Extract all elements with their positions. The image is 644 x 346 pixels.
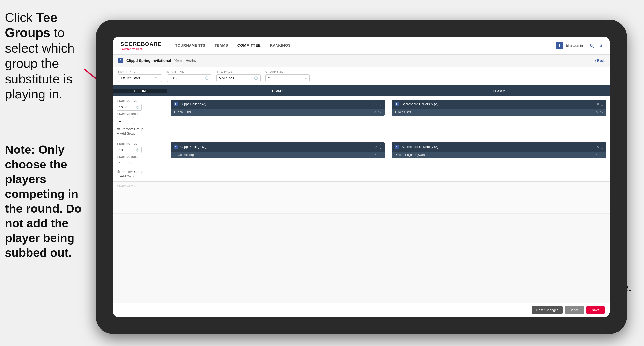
group2-team1-badge: B: [174, 145, 178, 149]
group1-team1-player1-name: 1. Rich Butler: [174, 110, 372, 114]
table-header-tee-time: Tee Time: [113, 89, 167, 93]
group2-team2-name: Scoreboard University (A): [402, 145, 594, 149]
group2-team2-x-icon[interactable]: ✕: [596, 145, 599, 149]
group1-hole-arrows-icon: ⌃⌄: [128, 119, 132, 122]
nav-sign-out[interactable]: Sign out: [590, 44, 602, 48]
group2-team1-arrows-icon[interactable]: ⌃⌄: [380, 144, 382, 149]
group-size-input[interactable]: 2 ⌃⌄: [266, 74, 310, 82]
start-type-input[interactable]: 1st Tee Start ⌃⌄: [118, 74, 162, 82]
group1-team2-player1-controls: ✕ ⌃⌄: [596, 110, 603, 114]
group1-hole-value: 1: [119, 119, 121, 122]
group1-team1-badge: B: [174, 102, 178, 106]
footer: Reset Changes Cancel Save: [113, 303, 610, 317]
group-size-arrow-icon: ⌃⌄: [302, 76, 307, 80]
cancel-button[interactable]: Cancel: [565, 306, 584, 314]
group1-team2-controls: ✕ ⌃⌄: [596, 102, 603, 107]
nav-logo-powered: Powered by clippd: [120, 47, 162, 50]
group2-add-group-button[interactable]: + Add Group: [117, 174, 163, 178]
group2-time-value: 10:05: [119, 148, 127, 152]
tablet-device: SCOREBOARD Powered by clippd TOURNAMENTS…: [96, 20, 627, 334]
group2-actions: 🗑 Remove Group + Add Group: [117, 170, 163, 178]
nav-teams[interactable]: TEAMS: [211, 42, 232, 49]
table-row: STARTING TIM...: [113, 182, 610, 214]
group1-team1-x-icon[interactable]: ✕: [375, 102, 378, 106]
intervals-input[interactable]: 5 Minutes 🕐: [216, 74, 260, 82]
group2-add-group-icon: +: [117, 174, 119, 178]
intervals-value: 5 Minutes: [219, 76, 234, 80]
remove-group-icon: 🗑: [117, 127, 120, 131]
group2-team2-header[interactable]: B Scoreboard University (A) ✕ ⌃⌄: [392, 142, 606, 151]
annotation-note-bold: Note: Only choose the players competing …: [5, 143, 82, 259]
nav-rankings[interactable]: RANKINGS: [266, 42, 294, 49]
group1-team1-player1-arrows-icon[interactable]: ⌃⌄: [378, 111, 382, 113]
group1-team1-arrows-icon[interactable]: ⌃⌄: [380, 102, 382, 107]
sub-header-title: Clippd Spring Invitational: [126, 58, 171, 63]
group2-team1-player1-name: 2. Blair McHarg: [174, 153, 372, 157]
group2-time-clock-icon: 🕐: [136, 148, 139, 151]
group2-team2-badge: B: [395, 145, 399, 149]
start-type-value: 1st Tee Start: [121, 76, 140, 80]
sub-header-back[interactable]: ‹ Back: [595, 59, 605, 63]
reset-changes-button[interactable]: Reset Changes: [532, 306, 563, 314]
nav-links: TOURNAMENTS TEAMS COMMITTEE RANKINGS: [172, 42, 556, 49]
main-content: Tee Time Team 1 Team 2 STARTING TIME: 10…: [113, 85, 610, 303]
group2-hole-value: 1: [119, 161, 121, 165]
group1-team1-header[interactable]: B Clippd College (A) ✕ ⌃⌄: [170, 100, 385, 108]
group1-team1-controls: ✕ ⌃⌄: [375, 102, 382, 107]
group1-team1-player1-row: 1. Rich Butler ✕ ⌃⌄: [170, 108, 385, 116]
add-group-button[interactable]: + Add Group: [117, 132, 163, 135]
group2-team1-player1-x-icon[interactable]: ✕: [374, 153, 376, 156]
group2-team1-controls: ✕ ⌃⌄: [375, 144, 382, 149]
start-time-clock-icon: 🕐: [205, 76, 209, 80]
group2-time-input[interactable]: 10:05 🕐: [117, 147, 142, 153]
annotation-note: Note: Only choose the players competing …: [5, 142, 86, 260]
group2-hole-arrows-icon: ⌃⌄: [128, 162, 132, 165]
add-group-label: Add Group: [120, 132, 136, 135]
group1-team2-x-icon[interactable]: ✕: [596, 102, 599, 106]
tablet-screen: SCOREBOARD Powered by clippd TOURNAMENTS…: [113, 37, 610, 317]
group2-team1-x-icon[interactable]: ✕: [375, 145, 378, 149]
group2-team1-player1-arrows-icon[interactable]: ⌃⌄: [378, 153, 382, 156]
nav-committee[interactable]: COMMITTEE: [234, 42, 264, 49]
group2-add-group-label: Add Group: [120, 174, 136, 178]
start-time-input[interactable]: 10:00 🕐: [167, 74, 212, 82]
group1-team1-player1-x-icon[interactable]: ✕: [374, 110, 376, 114]
group2-team2-cell: B Scoreboard University (A) ✕ ⌃⌄ Dave Bi…: [388, 139, 610, 181]
group1-time-value: 10:00: [119, 105, 127, 109]
sub-header-hosting: Hosting: [186, 59, 197, 62]
save-button[interactable]: Save: [586, 306, 605, 314]
group2-remove-group-icon: 🗑: [117, 170, 120, 174]
group3-team1-cell: [167, 182, 388, 213]
annotation-instruction: Click Tee Groups to select which group t…: [5, 10, 86, 102]
group2-team1-header[interactable]: B Clippd College (A) ✕ ⌃⌄: [170, 142, 385, 151]
table-header-team1: Team 1: [167, 89, 388, 93]
group1-team2-player1-x-icon[interactable]: ✕: [596, 110, 598, 114]
group1-team2-player1-arrows-icon[interactable]: ⌃⌄: [599, 111, 603, 113]
nav-tournaments[interactable]: TOURNAMENTS: [172, 42, 209, 49]
group1-controls: STARTING TIME: 10:00 🕐 STARTING HOLE: 1 …: [113, 96, 167, 139]
annotation-tee-groups-bold: Tee Groups: [5, 10, 57, 40]
group1-team2-header[interactable]: B Scoreboard University (A) ✕ ⌃⌄: [392, 100, 606, 108]
group1-team1-card: B Clippd College (A) ✕ ⌃⌄ 1. Rich Butler: [170, 100, 385, 116]
table-header-team2: Team 2: [388, 89, 610, 93]
group2-remove-group-button[interactable]: 🗑 Remove Group: [117, 170, 163, 174]
nav-user-name: blair admin: [566, 44, 583, 48]
group1-hole-input[interactable]: 1 ⌃⌄: [117, 117, 134, 124]
remove-group-button[interactable]: 🗑 Remove Group: [117, 127, 163, 131]
group-size-field: Group Size 2 ⌃⌄: [266, 70, 310, 82]
group2-team2-player1-arrows-icon[interactable]: ⌃⌄: [599, 153, 603, 156]
sub-header-gender: (Men): [174, 59, 182, 62]
nav-user: B blair admin | Sign out: [556, 42, 602, 49]
start-type-field: Start Type 1st Tee Start ⌃⌄: [118, 70, 162, 82]
group2-team2-arrows-icon[interactable]: ⌃⌄: [601, 144, 603, 149]
add-group-icon: +: [117, 132, 119, 135]
group1-team2-player1-row: 1. Rees Britt ✕ ⌃⌄: [392, 108, 606, 116]
intervals-clock-icon: 🕐: [254, 76, 258, 80]
group2-team2-player1-x-icon[interactable]: ✕: [596, 153, 598, 156]
group2-hole-input[interactable]: 1 ⌃⌄: [117, 160, 134, 166]
group1-time-input[interactable]: 10:00 🕐: [117, 104, 142, 110]
nav-separator: |: [586, 44, 587, 48]
group2-team1-card: B Clippd College (A) ✕ ⌃⌄ 2. Blair McHar…: [170, 142, 385, 158]
group1-team2-arrows-icon[interactable]: ⌃⌄: [601, 102, 603, 107]
group1-team1-cell: B Clippd College (A) ✕ ⌃⌄ 1. Rich Butler: [167, 96, 388, 139]
